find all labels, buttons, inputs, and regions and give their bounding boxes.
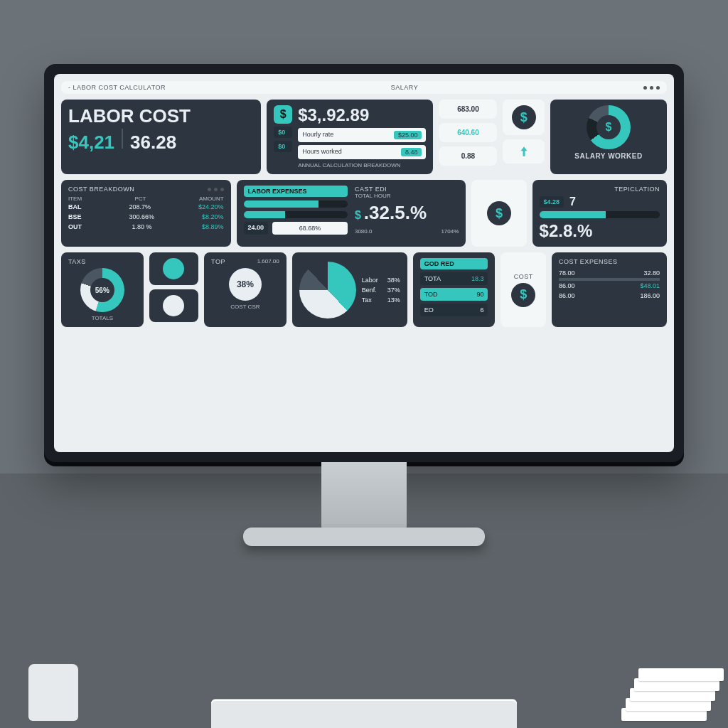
cost-pie-chart: [299, 262, 356, 318]
dollar-icon: $: [511, 283, 535, 307]
tag-row: TOTA18.3: [420, 272, 488, 285]
taxes-title: TAXS: [68, 258, 86, 265]
taxes-card: TAXS 56% TOTALS: [61, 252, 144, 327]
mini-circle-stack: [149, 252, 198, 327]
header-bar: - LABOR COST CALCULATOR SALARY: [61, 81, 667, 94]
cost-pie-card: Labor38% Benf.37% Tax13%: [292, 252, 407, 327]
stat-a: 683.00: [439, 100, 497, 119]
tepiclation-stat: $4.28: [540, 196, 564, 208]
progress-bar-2: [244, 211, 348, 218]
table-row: 86.00186.00: [559, 291, 660, 301]
top-small-stack: 683.00 640.60 0.88: [439, 100, 497, 174]
taxes-foot: TOTALS: [92, 315, 113, 321]
hero-labor-cost: LABOR COST $4,21 36.28: [61, 100, 261, 174]
breakdown-table: BAL208.7%$24.20% BSE300.66%$8.20% OUT1.8…: [68, 202, 224, 232]
stat-b: 640.60: [439, 123, 497, 142]
more-icon[interactable]: [643, 86, 660, 90]
cost-tile: COST $: [500, 252, 546, 327]
tepiclation-bar: [540, 211, 660, 218]
input-hourly-rate[interactable]: Hourly rate $25.00: [298, 128, 426, 142]
center-sub: TOTAL HOUR: [355, 193, 459, 199]
dollar-icon: $: [487, 201, 511, 225]
monitor-stand: [321, 462, 407, 533]
arrow-up-icon: [518, 145, 530, 158]
center-big-pct: .32.5.%: [364, 202, 427, 224]
dollar-icon: $: [606, 121, 612, 134]
monitor-frame: - LABOR COST CALCULATOR SALARY LABOR COS…: [44, 64, 684, 462]
mug-prop: [28, 664, 78, 721]
table-row: BSE300.66%$8.20%: [68, 212, 224, 222]
app-screen: - LABOR COST CALCULATOR SALARY LABOR COS…: [54, 74, 674, 452]
keyboard-prop: [211, 700, 517, 728]
breakdown-title: COST BREAKDOWN: [68, 186, 134, 193]
center-metrics-card: LABOR EXPENSES 24.00 68.68% CAST EDI TOT…: [237, 180, 466, 247]
subchip-1: $0: [274, 127, 292, 138]
breadcrumb: - LABOR COST CALCULATOR: [68, 84, 166, 91]
pill-a: 24.00: [244, 222, 269, 235]
dollar-arrow-col: $: [503, 100, 545, 174]
papers-prop: [621, 657, 707, 721]
tag-row: TOD90: [420, 288, 488, 301]
expenses-table: 78.0032.80 86.00$48.01 86.00186.00: [559, 268, 660, 301]
hero-value-left: $4,21: [68, 132, 114, 154]
tag-row: EO6: [420, 304, 488, 316]
breakdown-card: COST BREAKDOWN ITEM PCT AMOUNT BAL208.7%…: [61, 180, 231, 247]
dollar-icon: $: [274, 105, 292, 124]
circle-icon: [163, 258, 184, 279]
salary-worked-title: SALARY WORKED: [574, 152, 642, 160]
tepiclation-title: TEPICLATION: [540, 186, 660, 193]
tag-chip[interactable]: GOD RED: [420, 258, 488, 269]
expenses-card: COST EXPENSES 78.0032.80 86.00$48.01 86.…: [552, 252, 667, 327]
main-amount-card: $ $0 $0 $3,.92.89 Hourly rate $25.00 Hou…: [267, 100, 433, 174]
hero-footnote: ANNUAL CALCULATION BREAKDOWN: [298, 162, 426, 168]
subchip-2: $0: [274, 141, 292, 152]
input-hours-worked[interactable]: Hours worked 8.48: [298, 145, 426, 159]
expenses-title: COST EXPENSES: [559, 258, 660, 265]
tepiclation-card: TEPICLATION $4.28 7 $2.8.%: [532, 180, 667, 247]
table-row: 86.00$48.01: [559, 281, 660, 291]
stat-c: 0.88: [439, 146, 497, 166]
pill-b: 68.68%: [272, 222, 348, 235]
circle-icon: [163, 295, 184, 316]
header-center-label: SALARY: [391, 84, 418, 91]
tags-card: GOD RED TOTA18.3 TOD90 EO6: [413, 252, 496, 327]
dollar-tile: $: [471, 180, 526, 247]
dollar-icon: $: [355, 209, 361, 222]
table-row: OUT1.80 %$8.89%: [68, 222, 224, 232]
table-row: 78.0032.80: [559, 268, 660, 278]
dollar-icon: $: [512, 105, 536, 129]
main-amount: $3,.92.89: [298, 105, 426, 125]
more-icon[interactable]: [208, 188, 224, 191]
chip-labor-expenses[interactable]: LABOR EXPENSES: [244, 186, 348, 197]
progress-bar-1: [244, 200, 348, 208]
hero-value-right: 36.28: [130, 132, 176, 154]
tepiclation-big: $2.8.%: [540, 221, 660, 241]
center-heading: CAST EDI: [355, 186, 459, 193]
hero-title: LABOR COST: [68, 105, 254, 127]
salary-worked-card: $ SALARY WORKED: [550, 100, 667, 174]
misc-small-card: TOP 1.607.00 38% COST CSR: [204, 252, 287, 327]
table-row: BAL208.7%$24.20%: [68, 202, 224, 212]
